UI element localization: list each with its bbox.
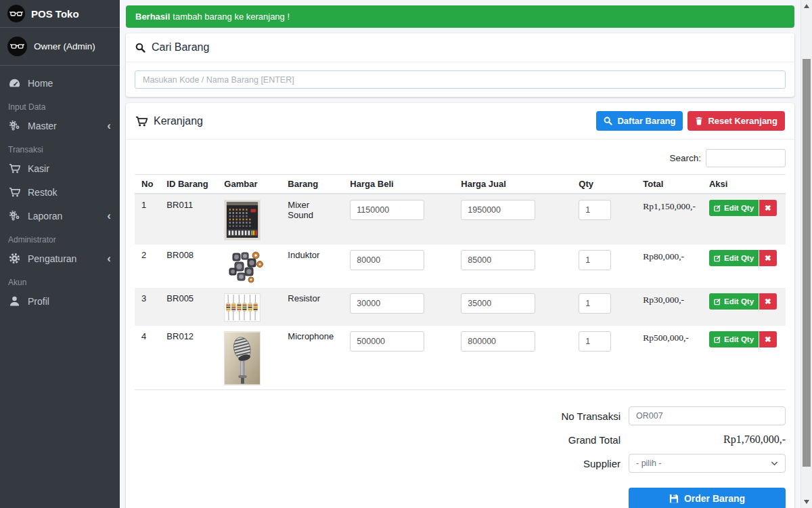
sidebar-item-label: Home — [28, 78, 53, 89]
cogs-icon — [9, 120, 20, 131]
harga-jual-input[interactable] — [461, 200, 535, 220]
chevron-left-icon: ‹ — [107, 123, 111, 129]
sidebar-item-pengaturan[interactable]: Pengaturan ‹ — [0, 247, 120, 270]
col-aksi: Aksi — [702, 175, 786, 194]
edit-qty-button[interactable]: Edit Qty — [709, 250, 759, 266]
success-alert: Berhasiltambah barang ke keranjang ! — [126, 5, 794, 28]
cell-id: BR012 — [160, 326, 217, 390]
cart-icon — [9, 186, 20, 198]
qty-input[interactable] — [579, 250, 611, 270]
scroll-down-arrow-icon[interactable] — [804, 500, 809, 504]
table-search: Search: — [135, 148, 786, 174]
barang-search-input[interactable] — [135, 70, 786, 89]
remove-item-button[interactable]: ✖ — [759, 250, 777, 266]
edit-icon — [714, 205, 721, 212]
tachometer-icon — [9, 77, 20, 89]
harga-beli-input[interactable] — [350, 293, 424, 314]
cell-no: 1 — [135, 194, 160, 245]
cell-no: 2 — [135, 245, 160, 288]
glasses-logo-icon — [7, 5, 25, 22]
qty-input[interactable] — [579, 331, 611, 352]
harga-jual-input[interactable] — [461, 331, 535, 352]
cart-card-header: Keranjang Daftar Barang Reset Keranjang — [126, 103, 794, 140]
search-icon — [604, 117, 612, 125]
cart-icon — [135, 116, 148, 127]
cart-card-body: Search: No ID Barang Gambar Barang Harga — [126, 140, 794, 508]
reset-keranjang-label: Reset Keranjang — [708, 116, 777, 126]
table-search-input[interactable] — [706, 149, 786, 167]
scroll-up-arrow-icon[interactable] — [804, 4, 809, 8]
no-transaksi-label: No Transaksi — [561, 410, 621, 422]
harga-jual-input[interactable] — [461, 250, 535, 270]
search-card-header: Cari Barang — [126, 33, 794, 62]
cell-total: Rp1,150,000,- — [636, 194, 702, 245]
grand-total-value: Rp1,760,000,- — [629, 433, 786, 446]
col-no: No — [135, 175, 160, 194]
user-panel[interactable]: Owner (Admin) — [0, 28, 120, 66]
harga-beli-input[interactable] — [350, 200, 424, 220]
sidebar-item-kasir[interactable]: Kasir — [0, 156, 120, 180]
daftar-barang-button[interactable]: Daftar Barang — [596, 111, 683, 131]
vertical-scrollbar[interactable] — [800, 0, 812, 508]
sidebar-item-laporan[interactable]: Laporan ‹ — [0, 204, 120, 228]
remove-item-button[interactable]: ✖ — [759, 200, 777, 216]
save-icon — [669, 494, 679, 503]
sidebar-item-master[interactable]: Master ‹ — [0, 114, 120, 137]
supplier-label: Supplier — [583, 458, 621, 469]
supplier-select[interactable]: - pilih - — [629, 454, 786, 473]
sidebar-item-label: Laporan — [28, 211, 62, 221]
sidebar-section-administrator: Administrator — [0, 228, 120, 247]
harga-beli-input[interactable] — [350, 250, 424, 270]
harga-beli-input[interactable] — [350, 331, 424, 352]
reset-keranjang-button[interactable]: Reset Keranjang — [687, 111, 785, 131]
cell-barang: Induktor — [281, 245, 343, 288]
table-row: 1 BR011 — [135, 194, 786, 245]
cell-id: BR011 — [160, 194, 217, 245]
col-barang: Barang — [281, 175, 343, 194]
edit-qty-label: Edit Qty — [724, 204, 754, 212]
cogs-icon — [9, 210, 20, 221]
col-total: Total — [636, 175, 702, 194]
cell-total: Rp500,000,- — [636, 326, 702, 390]
edit-icon — [714, 336, 721, 343]
edit-icon — [714, 255, 721, 262]
order-barang-button[interactable]: Order Barang — [629, 488, 786, 508]
app-root: POS Toko Owner (Admin) Home Input Data M… — [0, 0, 812, 508]
chevron-left-icon: ‹ — [107, 256, 111, 261]
no-transaksi-input[interactable] — [629, 406, 786, 425]
sidebar-item-restok[interactable]: Restok — [0, 180, 120, 204]
edit-qty-button[interactable]: Edit Qty — [709, 331, 759, 347]
supplier-selected-value: - pilih - — [636, 459, 662, 468]
col-gambar: Gambar — [217, 175, 281, 194]
sidebar-item-label: Kasir — [28, 163, 49, 174]
brand[interactable]: POS Toko — [0, 0, 120, 28]
order-barang-label: Order Barang — [684, 493, 745, 504]
row-actions: Edit Qty ✖ — [709, 293, 779, 310]
sidebar-item-label: Profil — [28, 296, 49, 307]
chevron-down-icon — [771, 461, 778, 466]
qty-input[interactable] — [579, 293, 611, 314]
edit-qty-button[interactable]: Edit Qty — [709, 293, 759, 310]
gear-icon — [9, 253, 20, 264]
chevron-left-icon: ‹ — [107, 213, 111, 219]
alert-bold-text: Berhasil — [135, 12, 170, 22]
qty-input[interactable] — [579, 200, 611, 220]
cart-card-title: Keranjang — [154, 115, 203, 127]
alert-text: tambah barang ke keranjang ! — [173, 12, 290, 22]
sidebar-item-home[interactable]: Home — [0, 71, 120, 95]
order-form: No Transaksi Grand Total Rp1,760,000,- S… — [135, 390, 786, 508]
cart-header-buttons: Daftar Barang Reset Keranjang — [596, 111, 785, 131]
sidebar-item-profil[interactable]: Profil — [0, 289, 120, 313]
user-name: Owner (Admin) — [34, 41, 95, 51]
cell-barang: Microphone — [281, 326, 343, 390]
table-row: 3 BR005 — [135, 288, 786, 326]
harga-jual-input[interactable] — [461, 293, 535, 314]
remove-item-button[interactable]: ✖ — [759, 293, 777, 310]
order-button-row: Order Barang — [135, 481, 786, 508]
remove-item-button[interactable]: ✖ — [759, 331, 777, 347]
edit-qty-button[interactable]: Edit Qty — [709, 200, 759, 216]
user-avatar-glasses-icon — [7, 37, 27, 56]
scrollbar-thumb[interactable] — [803, 59, 811, 467]
cell-total: Rp30,000,- — [636, 288, 702, 326]
table-header-row: No ID Barang Gambar Barang Harga Beli Ha… — [135, 175, 786, 194]
